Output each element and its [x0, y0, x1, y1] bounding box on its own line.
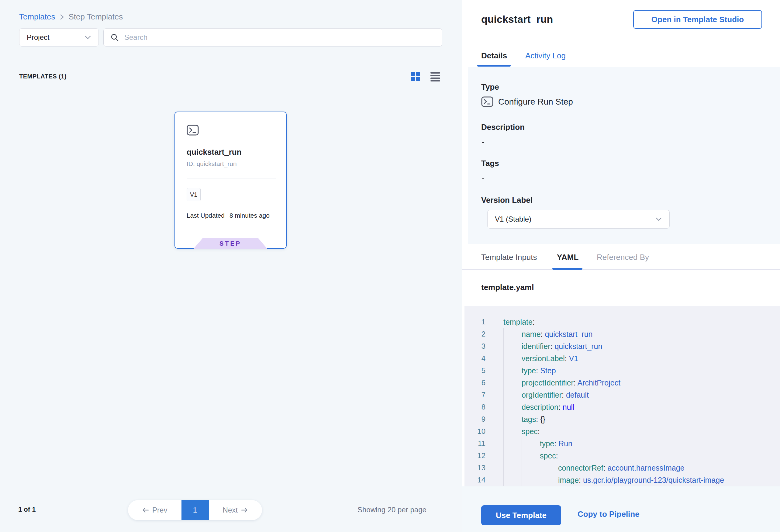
tab-template-inputs[interactable]: Template Inputs [481, 253, 537, 262]
version-select-value: V1 (Stable) [495, 215, 655, 224]
page-count: 1 of 1 [18, 505, 36, 514]
card-title: quickstart_run [187, 147, 242, 157]
arrow-left-icon [142, 507, 149, 513]
yaml-tab-underline [552, 268, 582, 270]
next-label: Next [223, 506, 238, 514]
yaml-line: 7orgIdentifier: default [465, 389, 780, 401]
scope-select[interactable]: Project [19, 28, 99, 47]
run-step-icon [187, 125, 199, 136]
card-updated-row: Last Updated 8 minutes ago [187, 212, 270, 219]
list-view-icon [430, 71, 441, 82]
type-value-row: Configure Run Step [481, 96, 573, 107]
subtabs-divider [462, 269, 780, 270]
tags-label: Tags [481, 159, 499, 168]
yaml-line: 11type: Run [465, 437, 780, 450]
type-value: Configure Run Step [498, 97, 573, 107]
breadcrumb-current: Step Templates [69, 12, 123, 21]
run-step-icon [481, 96, 493, 107]
version-select[interactable]: V1 (Stable) [487, 210, 670, 229]
chevron-down-icon [655, 217, 662, 221]
step-type-tag: STEP [194, 238, 267, 249]
search-input[interactable] [124, 33, 435, 42]
yaml-line: 12spec: [465, 450, 780, 462]
header-divider [462, 42, 780, 42]
template-list-panel: Templates Step Templates Project TEMPLAT… [0, 0, 462, 532]
per-page-label: Showing 20 per page [357, 505, 427, 514]
details-tab-underline [477, 65, 511, 66]
scope-select-value: Project [27, 33, 85, 42]
breadcrumb-templates-link[interactable]: Templates [19, 12, 55, 21]
version-badge: V1 [187, 188, 201, 201]
grid-view-icon [410, 71, 421, 82]
version-label: Version Label [481, 195, 533, 205]
yaml-line: 6projectIdentifier: ArchitProject [465, 377, 780, 389]
yaml-line: 4versionLabel: V1 [465, 352, 780, 365]
card-divider [187, 178, 276, 179]
pagination: Prev 1 Next [128, 500, 262, 520]
next-page-button[interactable]: Next [209, 500, 262, 520]
yaml-code: 1template:2name: quickstart_run3identifi… [465, 316, 780, 486]
details-footer: Use Template Copy to Pipeline [462, 486, 780, 532]
templates-page: Templates Step Templates Project TEMPLAT… [0, 0, 780, 532]
open-template-studio-button[interactable]: Open in Template Studio [633, 10, 762, 29]
details-content: Type Configure Run Step Description - Ta… [468, 67, 780, 244]
card-id: ID: quickstart_run [187, 160, 237, 167]
yaml-line: 8description: null [465, 401, 780, 413]
template-card[interactable]: quickstart_run ID: quickstart_run V1 Las… [175, 111, 287, 249]
prev-label: Prev [152, 506, 167, 514]
updated-label: Last Updated [187, 212, 225, 219]
yaml-line: 14image: us.gcr.io/playground-123/quicks… [465, 474, 780, 486]
search-icon [110, 33, 119, 42]
yaml-line: 5type: Step [465, 365, 780, 377]
list-view-button[interactable] [430, 71, 441, 82]
tags-value: - [482, 174, 485, 183]
arrow-right-icon [241, 507, 248, 513]
breadcrumb: Templates Step Templates [19, 12, 123, 21]
type-label: Type [481, 82, 499, 92]
yaml-line: 2name: quickstart_run [465, 328, 780, 340]
yaml-code-editor: 1template:2name: quickstart_run3identifi… [465, 306, 780, 486]
tab-activity-log[interactable]: Activity Log [525, 51, 566, 60]
yaml-file-name: template.yaml [481, 283, 534, 292]
templates-count-heading: TEMPLATES (1) [19, 73, 66, 80]
tab-referenced-by[interactable]: Referenced By [597, 253, 649, 262]
prev-page-button[interactable]: Prev [128, 500, 182, 520]
description-value: - [482, 137, 485, 147]
breadcrumb-chevron-icon [60, 13, 64, 21]
tab-details[interactable]: Details [481, 51, 507, 60]
template-details-panel: quickstart_run Open in Template Studio D… [462, 0, 780, 532]
chevron-down-icon [85, 35, 91, 40]
tab-yaml[interactable]: YAML [557, 253, 579, 262]
use-template-button[interactable]: Use Template [481, 505, 561, 525]
grid-view-button[interactable] [410, 71, 421, 82]
search-box [103, 28, 442, 47]
description-label: Description [481, 123, 525, 132]
step-type-tag-label: STEP [220, 240, 241, 247]
yaml-line: 3identifier: quickstart_run [465, 340, 780, 352]
current-page-button[interactable]: 1 [182, 500, 209, 520]
yaml-line: 9tags: {} [465, 413, 780, 425]
yaml-line: 10spec: [465, 425, 780, 437]
updated-value: 8 minutes ago [230, 212, 270, 219]
yaml-line: 1template: [465, 316, 780, 328]
yaml-line: 13connectorRef: account.harnessImage [465, 462, 780, 474]
copy-to-pipeline-button[interactable]: Copy to Pipeline [576, 509, 641, 519]
panel-title: quickstart_run [481, 13, 553, 25]
